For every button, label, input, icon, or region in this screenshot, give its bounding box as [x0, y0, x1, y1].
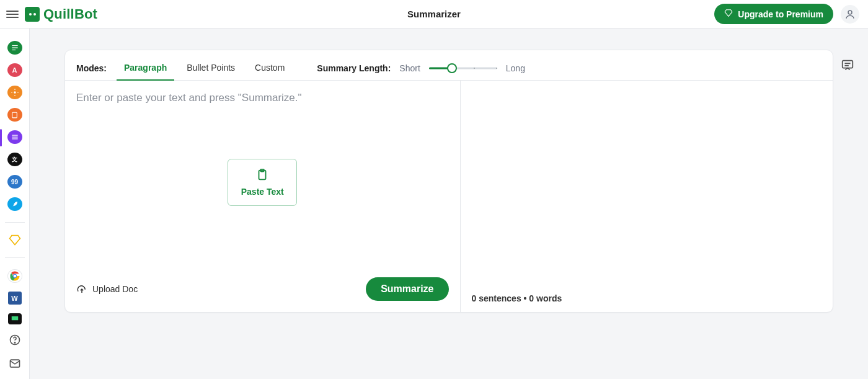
- diamond-icon: [724, 9, 733, 19]
- word-count: 0: [529, 293, 534, 303]
- translator-icon: 文: [12, 156, 17, 164]
- sidebar-contact-button[interactable]: [8, 357, 22, 370]
- mail-icon: [9, 357, 21, 370]
- output-area: [461, 81, 833, 285]
- brand-name: QuillBot: [43, 6, 97, 22]
- tab-bullet-points[interactable]: Bullet Points: [183, 56, 239, 80]
- word-icon: W: [11, 295, 17, 302]
- help-icon: [9, 334, 21, 346]
- sidebar-item-citation[interactable]: 99: [7, 175, 22, 189]
- main-area: Modes: Paragraph Bullet Points Custom Su…: [30, 29, 868, 379]
- grammar-icon: A: [12, 66, 17, 74]
- summary-length-short: Short: [399, 63, 420, 73]
- card-header: Modes: Paragraph Bullet Points Custom Su…: [65, 50, 833, 81]
- svg-point-0: [848, 11, 852, 14]
- citation-icon: 99: [11, 179, 18, 185]
- feedback-icon: [841, 58, 854, 72]
- stats-sep: •: [521, 293, 529, 303]
- svg-point-14: [14, 342, 15, 343]
- premium-diamond-icon: [9, 234, 21, 246]
- svg-rect-5: [12, 112, 17, 118]
- account-avatar-button[interactable]: [841, 5, 859, 24]
- svg-point-4: [14, 91, 16, 94]
- input-placeholder[interactable]: Enter or paste your text and press "Summ…: [76, 92, 449, 104]
- input-pane: Enter or paste your text and press "Summ…: [65, 81, 460, 312]
- doc-icon: [11, 111, 19, 119]
- output-stats: 0 sentences • 0 words: [461, 285, 833, 312]
- summary-length-slider[interactable]: [429, 62, 497, 74]
- svg-rect-7: [12, 137, 17, 138]
- sidebar-item-translator[interactable]: 文: [7, 153, 22, 166]
- sidebar-app-chrome[interactable]: [7, 269, 22, 283]
- sidebar-item-flow[interactable]: [7, 197, 22, 211]
- sidebar-item-cowriter[interactable]: [7, 108, 22, 122]
- summary-length-long: Long: [506, 63, 525, 73]
- user-icon: [844, 9, 856, 20]
- monitor-icon: [11, 314, 19, 323]
- layout: A 文 99: [0, 29, 868, 379]
- sidebar-app-word[interactable]: W: [8, 292, 22, 304]
- sidebar-help-button[interactable]: [8, 333, 22, 347]
- upload-doc-label: Upload Doc: [92, 284, 138, 294]
- summarizer-icon: [11, 133, 19, 141]
- topbar-left: QuillBot: [6, 6, 97, 22]
- clipboard-icon: [255, 168, 269, 182]
- brand-logo[interactable]: QuillBot: [25, 6, 97, 22]
- summary-length-label: Summary Length:: [317, 63, 391, 73]
- input-footer: Upload Doc Summarize: [76, 271, 449, 301]
- feedback-button[interactable]: [841, 58, 854, 74]
- chrome-icon: [9, 270, 20, 282]
- upgrade-label: Upgrade to Premium: [738, 9, 823, 19]
- svg-rect-16: [843, 61, 853, 68]
- sidebar-item-grammar[interactable]: A: [7, 63, 22, 77]
- tab-custom[interactable]: Custom: [251, 56, 288, 80]
- upload-icon: [76, 283, 87, 295]
- summary-length-group: Summary Length: Short Long: [317, 62, 525, 74]
- svg-rect-1: [12, 45, 17, 46]
- upgrade-premium-button[interactable]: Upgrade to Premium: [714, 4, 833, 24]
- svg-rect-6: [12, 135, 17, 136]
- sentence-suffix: sentences: [476, 293, 521, 303]
- sidebar-item-plagiarism[interactable]: [7, 86, 22, 99]
- sidebar-item-summarizer[interactable]: [7, 130, 22, 144]
- page-title: Summarizer: [407, 9, 461, 19]
- slider-thumb[interactable]: [447, 63, 457, 73]
- feather-icon: [11, 200, 19, 208]
- paste-text-label: Paste Text: [241, 187, 284, 197]
- sidebar-separator-2: [5, 257, 25, 258]
- output-pane: 0 sentences • 0 words: [461, 81, 833, 312]
- svg-rect-12: [11, 316, 18, 320]
- upload-doc-button[interactable]: Upload Doc: [76, 283, 138, 295]
- summarizer-card: Modes: Paragraph Bullet Points Custom Su…: [64, 50, 833, 313]
- topbar: QuillBot Summarizer Upgrade to Premium: [0, 0, 868, 29]
- paste-text-button[interactable]: Paste Text: [228, 159, 297, 206]
- modes-label: Modes:: [76, 63, 107, 73]
- word-suffix: words: [534, 293, 562, 303]
- menu-toggle-button[interactable]: [6, 8, 19, 20]
- paraphraser-icon: [11, 43, 19, 52]
- svg-point-11: [13, 275, 16, 278]
- sidebar-app-desktop[interactable]: [8, 313, 22, 324]
- tab-paragraph[interactable]: Paragraph: [120, 56, 170, 80]
- summarize-button[interactable]: Summarize: [366, 277, 448, 301]
- sidebar-item-premium[interactable]: [8, 234, 22, 246]
- sidebar: A 文 99: [0, 29, 30, 379]
- sidebar-separator: [5, 222, 25, 223]
- topbar-right: Upgrade to Premium: [714, 4, 859, 24]
- card-body: Enter or paste your text and press "Summ…: [65, 81, 833, 312]
- sidebar-bottom: [8, 333, 22, 370]
- svg-rect-8: [12, 138, 17, 139]
- svg-rect-2: [12, 47, 17, 48]
- sidebar-item-paraphraser[interactable]: [7, 41, 22, 55]
- target-icon: [11, 88, 19, 97]
- svg-rect-3: [12, 50, 16, 50]
- logo-mark-icon: [25, 7, 40, 22]
